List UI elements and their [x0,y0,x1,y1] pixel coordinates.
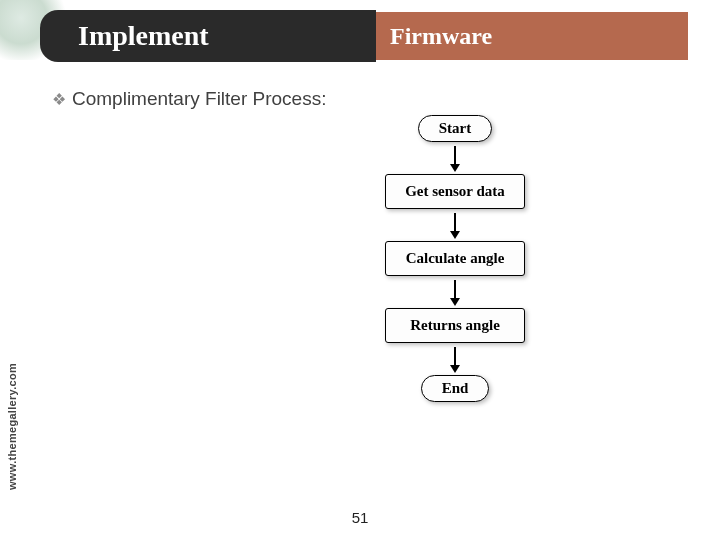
flowchart-node-get-sensor: Get sensor data [385,174,525,209]
diamond-bullet-icon: ❖ [52,90,66,109]
title-bar: Implement Firmware [40,10,690,62]
arrow-down-icon [450,347,460,373]
arrow-down-icon [450,146,460,172]
title-left-panel: Implement [40,10,376,62]
bullet-text: Complimentary Filter Process: [72,88,326,110]
arrow-down-icon [450,280,460,306]
page-number: 51 [0,509,720,526]
vertical-url-text: www.themegallery.com [6,363,18,490]
flowchart: Start Get sensor data Calculate angle Re… [345,115,565,402]
flowchart-node-end: End [421,375,490,402]
title-left-text: Implement [78,20,209,52]
flowchart-node-returns: Returns angle [385,308,525,343]
title-right-panel: Firmware [376,10,690,62]
title-right-text: Firmware [390,23,492,50]
arrow-down-icon [450,213,460,239]
bullet-item: ❖ Complimentary Filter Process: [52,88,326,110]
flowchart-node-start: Start [418,115,493,142]
flowchart-node-calculate: Calculate angle [385,241,525,276]
